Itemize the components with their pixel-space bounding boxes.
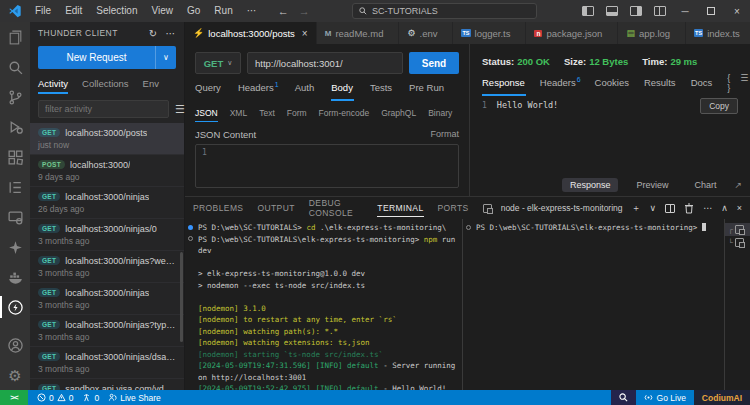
search-icon[interactable]	[0, 52, 30, 82]
panel-tab[interactable]: DEBUG CONSOLE	[309, 194, 364, 222]
restore-button[interactable]	[698, 0, 724, 22]
request-tab[interactable]: Query	[195, 75, 222, 100]
response-view-tab[interactable]: Response	[562, 178, 619, 192]
menu-item[interactable]: Selection	[89, 0, 144, 22]
remote-indicator[interactable]: ><	[0, 390, 28, 405]
sparkle-ai-icon[interactable]	[0, 232, 30, 262]
request-tab[interactable]: Headers1	[238, 75, 279, 100]
new-terminal-icon[interactable]: ＋	[632, 202, 641, 215]
response-view-tab[interactable]: Chart	[686, 178, 724, 192]
terminal-left[interactable]: PS D:\web\SC-TUTORIALS> cd .\elk-express…	[185, 219, 462, 390]
terminal-list-item[interactable]: └	[725, 236, 750, 249]
menu-item[interactable]: Run	[207, 0, 239, 22]
response-tab[interactable]: Headers6	[540, 70, 581, 95]
toggle-secondary-sidebar-icon[interactable]	[630, 6, 642, 16]
live-share-button[interactable]: Live Share	[108, 393, 161, 403]
request-tab[interactable]: Body	[331, 75, 354, 100]
menu-item[interactable]: File	[28, 0, 58, 22]
panel-tab[interactable]: PROBLEMS	[193, 199, 243, 217]
new-request-label[interactable]: New Request	[38, 46, 156, 69]
response-view-tab[interactable]: Preview	[628, 178, 676, 192]
request-history-item[interactable]: GET localhost:3000/ninjas 26 days ago	[30, 187, 184, 219]
back-arrow-icon[interactable]: ←	[278, 5, 289, 17]
request-history-item[interactable]: GET localhost:3000/ninjas?type=fast 3 mo…	[30, 315, 184, 347]
panel-tab[interactable]: OUTPUT	[257, 199, 294, 217]
docker-icon[interactable]	[0, 262, 30, 292]
editor-tab[interactable]: logger.ts	[453, 22, 526, 44]
method-select[interactable]: GET ∨	[195, 52, 241, 74]
terminal-right[interactable]: PS D:\web\SC-TUTORIALS\elk-express-ts-mo…	[462, 219, 724, 390]
editor-tab[interactable]: localhost:3000/posts ×	[185, 22, 317, 44]
sidebar-tab[interactable]: Collections	[82, 78, 128, 94]
response-menu-icon[interactable]: ☰	[740, 73, 748, 93]
body-type-tab[interactable]: GraphQL	[381, 104, 416, 122]
refresh-icon[interactable]: ↻	[149, 28, 158, 39]
body-type-tab[interactable]: Form	[287, 104, 307, 122]
command-center-search[interactable]: SC-TUTORIALS	[352, 3, 537, 19]
request-history-item[interactable]: GET localhost:3000/posts just now	[30, 123, 184, 155]
response-tab[interactable]: Response	[482, 70, 526, 95]
toggle-panel-icon[interactable]	[606, 6, 618, 16]
filter-activity-input[interactable]	[38, 100, 169, 118]
panel-tab[interactable]: TERMINAL	[377, 199, 423, 217]
outline-list-icon[interactable]	[0, 172, 30, 202]
editor-tab[interactable]: index.ts	[686, 22, 750, 44]
request-history-item[interactable]: GET localhost:3000/ninjas/0 3 months ago	[30, 219, 184, 251]
response-tab[interactable]: Docs	[691, 70, 714, 95]
request-history-item[interactable]: POST localhost:3000/ 9 days ago	[30, 155, 184, 187]
panel-more-icon[interactable]: ⋯	[703, 203, 712, 213]
terminal-dropdown-icon[interactable]: ∨	[650, 203, 657, 213]
customize-layout-icon[interactable]	[654, 6, 666, 16]
close-button[interactable]: ×	[724, 0, 750, 22]
account-icon[interactable]	[0, 330, 30, 360]
panel-tab[interactable]: PORTS	[438, 199, 469, 217]
terminal-list-item[interactable]: ┌	[725, 223, 750, 236]
request-history-item[interactable]: GET localhost:3000/ninjas 3 months ago	[30, 283, 184, 315]
editor-tab[interactable]: readMe.md	[317, 22, 400, 44]
format-braces-icon[interactable]: { }	[727, 73, 730, 93]
terminal-select[interactable]: node - elk-express-ts-monitoring	[501, 203, 623, 213]
request-tab[interactable]: Auth	[295, 75, 316, 100]
format-link[interactable]: Format	[430, 129, 459, 139]
kill-terminal-icon[interactable]	[684, 203, 694, 214]
request-tab[interactable]: Tests	[370, 75, 393, 100]
thunder-client-icon[interactable]	[0, 292, 30, 322]
new-request-dropdown-icon[interactable]: ∨	[156, 46, 176, 69]
editor-tab[interactable]: .env	[399, 22, 453, 44]
close-tab-icon[interactable]: ×	[302, 28, 308, 39]
json-content-editor[interactable]: 1	[195, 144, 459, 188]
sidebar-more-icon[interactable]: ⋯	[166, 28, 176, 39]
expand-icon[interactable]: ↗	[734, 180, 742, 190]
go-live-button[interactable]: Go Live	[636, 390, 694, 405]
ports-indicator[interactable]: 0	[82, 393, 99, 403]
close-panel-icon[interactable]: ×	[737, 203, 742, 213]
request-history-item[interactable]: GET localhost:3000/ninjas?weapon=stars 3…	[30, 251, 184, 283]
copy-button[interactable]: Copy	[700, 98, 738, 114]
request-history-item[interactable]: GET sandbox.api.visa.com/vdp/helloworld …	[30, 379, 184, 390]
remote-explorer-icon[interactable]	[0, 202, 30, 232]
sidebar-scrollbar[interactable]	[180, 252, 183, 342]
split-terminal-icon[interactable]	[665, 204, 675, 213]
run-and-debug-icon[interactable]	[0, 112, 30, 142]
filter-menu-icon[interactable]: ☰	[175, 103, 185, 116]
forward-arrow-icon[interactable]: →	[299, 5, 310, 17]
problems-indicator[interactable]: 0 0	[37, 393, 73, 403]
editor-tab[interactable]: package.json	[526, 22, 618, 44]
toggle-sidebar-icon[interactable]	[582, 6, 594, 16]
explorer-icon[interactable]	[0, 22, 30, 52]
response-tab[interactable]: Results	[644, 70, 677, 95]
body-type-tab[interactable]: Text	[259, 104, 275, 122]
send-button[interactable]: Send	[409, 52, 459, 74]
editor-tab[interactable]: app.log	[618, 22, 686, 44]
menu-item[interactable]: Go	[180, 0, 207, 22]
zoom-status[interactable]	[611, 390, 636, 405]
sidebar-tab[interactable]: Env	[143, 78, 159, 94]
extensions-icon[interactable]	[0, 142, 30, 172]
body-type-tab[interactable]: JSON	[195, 104, 218, 122]
settings-gear-icon[interactable]: ⚙	[0, 360, 30, 390]
minimize-button[interactable]: ─	[672, 0, 698, 22]
sidebar-tab[interactable]: Activity	[38, 78, 68, 94]
body-type-tab[interactable]: Binary	[428, 104, 452, 122]
url-input[interactable]	[247, 52, 403, 74]
menu-item[interactable]: Edit	[58, 0, 89, 22]
